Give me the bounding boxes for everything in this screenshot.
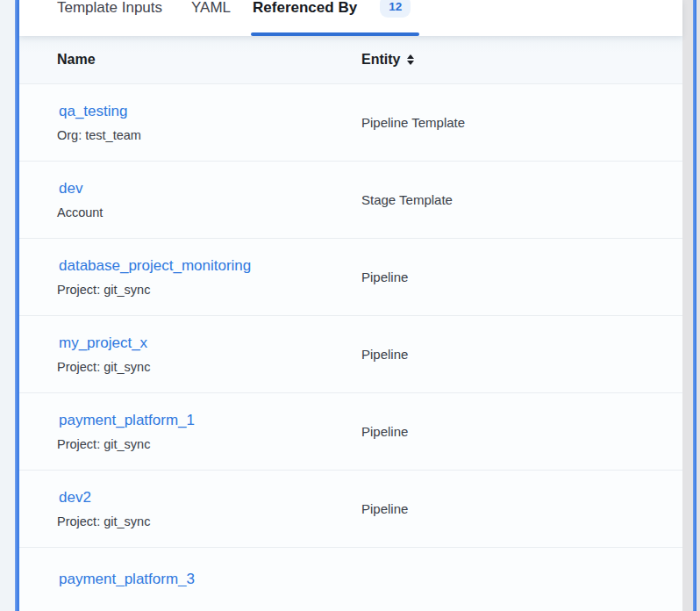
reference-scope: Project: git_sync — [57, 435, 361, 453]
sort-icon — [407, 54, 414, 65]
tab-yaml[interactable]: YAML — [191, 0, 231, 18]
reference-name-link[interactable]: dev2 — [57, 487, 91, 508]
table-row: qa_testing Org: test_team Pipeline Templ… — [19, 84, 682, 162]
reference-name-link[interactable]: dev — [57, 178, 82, 199]
page-background-right — [682, 0, 700, 611]
drawer-content: Template Inputs YAML Referenced By 12 Na… — [19, 0, 682, 611]
reference-scope: Account — [57, 204, 361, 221]
column-header-name: Name — [57, 52, 361, 68]
tab-label: Referenced By — [253, 0, 357, 18]
reference-name-link[interactable]: payment_platform_1 — [57, 410, 195, 431]
tab-label: YAML — [191, 0, 231, 18]
table-row: dev2 Project: git_sync Pipeline — [19, 471, 682, 548]
reference-scope: Org: test_team — [57, 126, 361, 144]
active-tab-indicator — [251, 32, 419, 36]
table-row: dev Account Stage Template — [19, 162, 682, 239]
table-body: qa_testing Org: test_team Pipeline Templ… — [19, 84, 682, 610]
bottom-clip-overlay — [19, 586, 682, 611]
reference-entity: Pipeline Template — [361, 84, 465, 161]
reference-scope: Project: git_sync — [57, 281, 361, 298]
reference-entity: Pipeline — [361, 393, 408, 470]
reference-scope: Project: git_sync — [57, 358, 361, 376]
tab-template-inputs[interactable]: Template Inputs — [57, 0, 162, 18]
column-header-entity[interactable]: Entity — [361, 52, 414, 68]
table-row: my_project_x Project: git_sync Pipeline — [19, 316, 682, 393]
screen: Template Inputs YAML Referenced By 12 Na… — [0, 0, 700, 611]
reference-name-link[interactable]: database_project_monitoring — [57, 255, 251, 277]
referenced-by-count-badge: 12 — [380, 0, 411, 18]
reference-entity: Pipeline — [361, 239, 408, 315]
table-header: Name Entity — [19, 36, 682, 84]
reference-name-link[interactable]: my_project_x — [57, 333, 147, 354]
column-header-entity-label: Entity — [361, 52, 400, 68]
reference-scope: Project: git_sync — [57, 513, 361, 530]
reference-entity: Pipeline — [361, 471, 408, 547]
reference-name-link[interactable]: qa_testing — [57, 101, 127, 122]
table-row: payment_platform_1 Project: git_sync Pip… — [19, 393, 682, 471]
tab-bar: Template Inputs YAML Referenced By 12 — [19, 0, 682, 36]
reference-entity: Stage Template — [361, 162, 453, 238]
tab-label: Template Inputs — [57, 0, 162, 18]
panel-right-border — [693, 0, 696, 611]
tab-referenced-by[interactable]: Referenced By 12 — [253, 0, 411, 36]
page-background-left — [0, 0, 15, 611]
reference-entity: Pipeline — [361, 316, 408, 392]
table-row: database_project_monitoring Project: git… — [19, 239, 682, 316]
